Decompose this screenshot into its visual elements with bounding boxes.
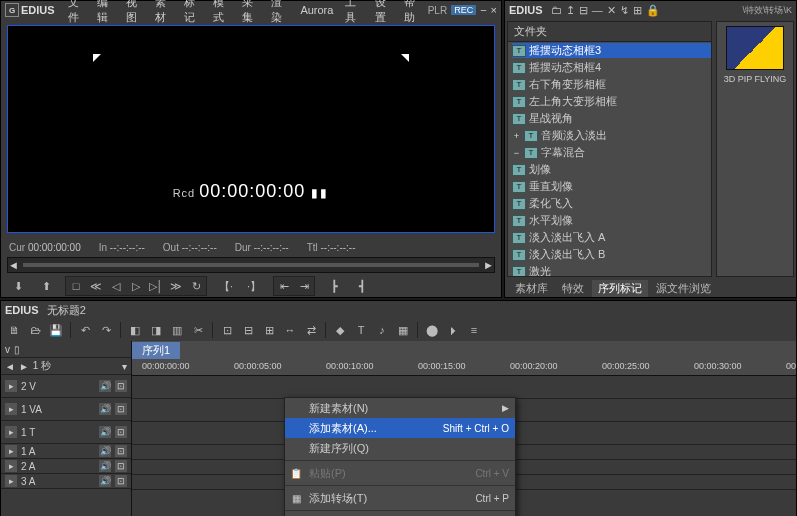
fit-icon[interactable]: ▾ xyxy=(122,361,127,372)
render-icon[interactable]: ⬤ xyxy=(423,322,441,338)
lock-icon[interactable]: ⊡ xyxy=(115,460,127,472)
expand-icon[interactable]: ▸ xyxy=(5,460,17,472)
lock-icon[interactable]: 🔒 xyxy=(646,4,660,17)
lock-icon[interactable]: ⊡ xyxy=(115,380,127,392)
menu-edit[interactable]: 编辑 xyxy=(92,0,119,25)
group-icon[interactable]: ⊟ xyxy=(239,322,257,338)
track-header[interactable]: ▸2 V🔊⊡ xyxy=(1,375,131,398)
tree-item[interactable]: T垂直划像 xyxy=(512,179,711,194)
link-icon[interactable]: ⊡ xyxy=(218,322,236,338)
expand-icon[interactable]: ▸ xyxy=(5,403,17,415)
minimize-icon[interactable]: − xyxy=(480,4,486,16)
up-icon[interactable]: ↥ xyxy=(566,4,575,17)
undo-icon[interactable]: ↶ xyxy=(76,322,94,338)
ripple-icon[interactable]: ↔ xyxy=(281,322,299,338)
tree-item[interactable]: T水平划像 xyxy=(512,213,711,228)
menu-settings[interactable]: 设置 xyxy=(370,0,397,25)
tab-bin[interactable]: 素材库 xyxy=(509,280,554,297)
menu-tools[interactable]: 工具 xyxy=(340,0,367,25)
track-header[interactable]: ▸1 T🔊⊡ xyxy=(1,421,131,444)
tree-item[interactable]: −T字幕混合 xyxy=(512,145,711,160)
settings-icon[interactable]: ↯ xyxy=(620,4,629,17)
prev-edit-icon[interactable]: ⇤ xyxy=(275,278,293,294)
view-icon[interactable]: ⊞ xyxy=(633,4,642,17)
mute-icon[interactable]: 🔊 xyxy=(99,460,111,472)
context-menu-item[interactable]: 新建序列(Q) xyxy=(285,438,515,458)
tool-a-icon[interactable]: ◧ xyxy=(126,322,144,338)
context-menu-item[interactable]: ▦添加转场(T)Ctrl + P xyxy=(285,488,515,508)
effect-thumbnail[interactable]: 3D PIP FLYING xyxy=(716,21,794,277)
tree-item[interactable]: T摇摆动态相框3 xyxy=(512,43,711,58)
audio-icon[interactable]: ♪ xyxy=(373,322,391,338)
title-icon[interactable]: T xyxy=(352,322,370,338)
tree-item[interactable]: T划像 xyxy=(512,162,711,177)
tree-item[interactable]: T柔化飞入 xyxy=(512,196,711,211)
tree-item[interactable]: T激光 xyxy=(512,264,711,277)
menu-capture[interactable]: 采集 xyxy=(237,0,264,25)
tree-item[interactable]: T右下角变形相框 xyxy=(512,77,711,92)
insert-icon[interactable]: ┣ xyxy=(325,278,343,294)
menu-help[interactable]: 帮助 xyxy=(399,0,426,25)
tool-b-icon[interactable]: ◨ xyxy=(147,322,165,338)
overwrite-icon[interactable]: ┫ xyxy=(353,278,371,294)
tree-item[interactable]: T淡入淡出飞入 A xyxy=(512,230,711,245)
expand-icon[interactable]: ▸ xyxy=(5,380,17,392)
timeline-tracks[interactable]: 序列1 00:00:00:0000:00:05:0000:00:10:0000:… xyxy=(132,341,796,516)
zoom-out-icon[interactable]: ◄ xyxy=(5,361,15,372)
sync-icon[interactable]: ⇄ xyxy=(302,322,320,338)
open-icon[interactable]: 🗁 xyxy=(26,322,44,338)
tree-item[interactable]: T星战视角 xyxy=(512,111,711,126)
tree-item[interactable]: +T音频淡入淡出 xyxy=(512,128,711,143)
lock-icon[interactable]: ⊡ xyxy=(115,475,127,487)
track-header[interactable]: ▸2 A🔊⊡ xyxy=(1,459,131,474)
effects-tree[interactable]: 文件夹 T摇摆动态相框3T摇摆动态相框4T右下角变形相框T左上角大变形相框T星战… xyxy=(507,21,712,277)
expand-icon[interactable]: ▸ xyxy=(5,445,17,457)
play-button[interactable]: ▷ xyxy=(127,278,145,294)
bin-icon[interactable]: — xyxy=(592,4,603,17)
menu-view[interactable]: 视图 xyxy=(121,0,148,25)
redo-icon[interactable]: ↷ xyxy=(97,322,115,338)
tab-fx[interactable]: 特效 xyxy=(556,280,590,297)
menu-aurora[interactable]: Aurora xyxy=(295,4,338,16)
folder-icon[interactable]: 🗀 xyxy=(551,4,562,17)
delete-icon[interactable]: ✕ xyxy=(607,4,616,17)
save-icon[interactable]: 💾 xyxy=(47,322,65,338)
mute-icon[interactable]: 🔊 xyxy=(99,403,111,415)
menu-clip[interactable]: 素材 xyxy=(150,0,177,25)
menu-mode[interactable]: 模式 xyxy=(208,0,235,25)
snap-icon[interactable]: ⊞ xyxy=(260,322,278,338)
rewind-button[interactable]: ≪ xyxy=(87,278,105,294)
tree-icon[interactable]: ⊟ xyxy=(579,4,588,17)
set-out-icon[interactable]: ·】 xyxy=(245,278,263,294)
track-header[interactable]: ▸3 A🔊⊡ xyxy=(1,474,131,489)
lock-icon[interactable]: ⊡ xyxy=(115,403,127,415)
mute-icon[interactable]: 🔊 xyxy=(99,475,111,487)
layout-icon[interactable]: ▦ xyxy=(394,322,412,338)
tab-seq-marker[interactable]: 序列标记 xyxy=(592,280,648,297)
close-icon[interactable]: × xyxy=(491,4,497,16)
context-menu-item[interactable]: 新建素材(N)▶ xyxy=(285,398,515,418)
mute-icon[interactable]: 🔊 xyxy=(99,380,111,392)
tree-item[interactable]: T摇摆动态相框4 xyxy=(512,60,711,75)
lock-icon[interactable]: ⊡ xyxy=(115,426,127,438)
menu-file[interactable]: 文件 xyxy=(63,0,90,25)
time-ruler[interactable]: 00:00:00:0000:00:05:0000:00:10:0000:00:1… xyxy=(132,359,796,376)
mute-icon[interactable]: 🔊 xyxy=(99,426,111,438)
expand-icon[interactable]: ▸ xyxy=(5,426,17,438)
cut-icon[interactable]: ✂ xyxy=(189,322,207,338)
mute-icon[interactable]: 🔊 xyxy=(99,445,111,457)
tab-source[interactable]: 源文件浏览 xyxy=(650,280,717,297)
sequence-tab[interactable]: 序列1 xyxy=(132,342,180,359)
expand-icon[interactable]: ▸ xyxy=(5,475,17,487)
stop-button[interactable]: □ xyxy=(67,278,85,294)
context-menu-item[interactable]: 添加素材(A)...Shift + Ctrl + O xyxy=(285,418,515,438)
next-frame-button[interactable]: ▷│ xyxy=(147,278,165,294)
next-edit-icon[interactable]: ⇥ xyxy=(295,278,313,294)
fast-fwd-button[interactable]: ≫ xyxy=(167,278,185,294)
track-header[interactable]: ▸1 VA🔊⊡ xyxy=(1,398,131,421)
marker-icon[interactable]: ◆ xyxy=(331,322,349,338)
track-lane[interactable] xyxy=(132,376,796,399)
loop-button[interactable]: ↻ xyxy=(187,278,205,294)
menu-render[interactable]: 渲染 xyxy=(266,0,293,25)
tree-item[interactable]: T淡入淡出飞入 B xyxy=(512,247,711,262)
